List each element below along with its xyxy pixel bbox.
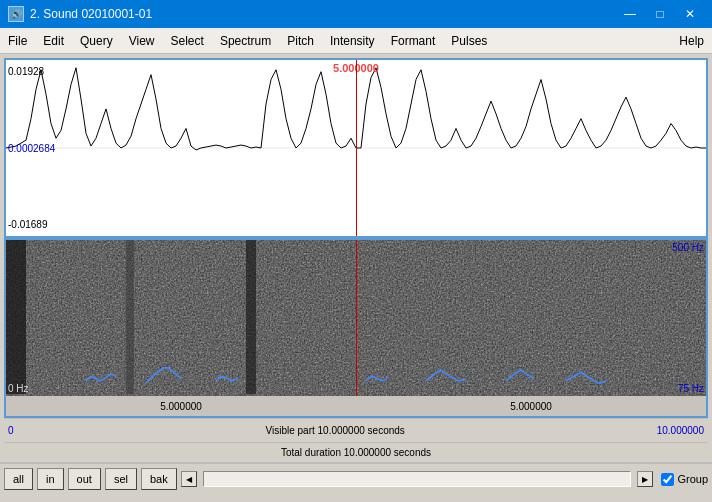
end-time: 10.000000 (657, 425, 704, 436)
scroll-right-arrow[interactable]: ▶ (637, 471, 653, 487)
svg-rect-5 (126, 240, 134, 394)
sel-button[interactable]: sel (105, 468, 137, 490)
menu-spectrum[interactable]: Spectrum (212, 28, 279, 53)
menu-pitch[interactable]: Pitch (279, 28, 322, 53)
spectrogram-panel[interactable]: 500 Hz 0 Hz 75 Hz 5.000000 5.000000 (4, 238, 708, 418)
menu-view[interactable]: View (121, 28, 163, 53)
svg-rect-6 (246, 240, 256, 394)
out-button[interactable]: out (68, 468, 101, 490)
group-label: Group (677, 473, 708, 485)
menu-edit[interactable]: Edit (35, 28, 72, 53)
spec-freq-top-label: 500 Hz (672, 242, 704, 253)
waveform-mid-label: 0.0002684 (8, 143, 55, 154)
waveform-min-label: -0.01689 (8, 219, 47, 230)
scroll-track[interactable] (203, 471, 632, 487)
maximize-button[interactable]: □ (646, 4, 674, 24)
cursor-time-label: 5.000000 (333, 62, 379, 74)
menu-bar: File Edit Query View Select Spectrum Pit… (0, 28, 712, 54)
title-bar-controls: — □ ✕ (616, 4, 704, 24)
close-button[interactable]: ✕ (676, 4, 704, 24)
scroll-left-arrow[interactable]: ◀ (181, 471, 197, 487)
time-right: 5.000000 (510, 401, 552, 412)
menu-formant[interactable]: Formant (383, 28, 444, 53)
visible-part-label: Visible part 10.000000 seconds (14, 425, 657, 436)
app-icon: 🔊 (8, 6, 24, 22)
menu-file[interactable]: File (0, 28, 35, 53)
time-axis: 5.000000 5.000000 (6, 396, 706, 416)
menu-pulses[interactable]: Pulses (443, 28, 495, 53)
group-checkbox-label[interactable]: Group (661, 473, 708, 486)
svg-rect-4 (6, 240, 26, 394)
group-checkbox[interactable] (661, 473, 674, 486)
status-bar: Total duration 10.000000 seconds (4, 442, 708, 462)
bak-button[interactable]: bak (141, 468, 177, 490)
spectrogram-svg (6, 240, 706, 416)
waveform-panel[interactable]: 5.000000 0.01928 0.0002684 -0.01689 (4, 58, 708, 238)
waveform-svg (6, 60, 706, 236)
spec-freq-bot-label: 0 Hz (8, 383, 29, 394)
bottom-controls: all in out sel bak ◀ ▶ Group (0, 462, 712, 494)
svg-rect-3 (6, 240, 706, 394)
menu-help[interactable]: Help (671, 28, 712, 53)
window-title: 2. Sound 02010001-01 (30, 7, 152, 21)
spec-pitch-label: 75 Hz (678, 383, 704, 394)
waveform-max-label: 0.01928 (8, 66, 44, 77)
menu-select[interactable]: Select (163, 28, 212, 53)
title-bar-left: 🔊 2. Sound 02010001-01 (8, 6, 152, 22)
in-button[interactable]: in (37, 468, 64, 490)
title-bar: 🔊 2. Sound 02010001-01 — □ ✕ (0, 0, 712, 28)
total-duration-label: Total duration 10.000000 seconds (281, 447, 431, 458)
menu-intensity[interactable]: Intensity (322, 28, 383, 53)
time-left: 5.000000 (160, 401, 202, 412)
all-button[interactable]: all (4, 468, 33, 490)
minimize-button[interactable]: — (616, 4, 644, 24)
info-bar: 0 Visible part 10.000000 seconds 10.0000… (4, 418, 708, 442)
menu-query[interactable]: Query (72, 28, 121, 53)
